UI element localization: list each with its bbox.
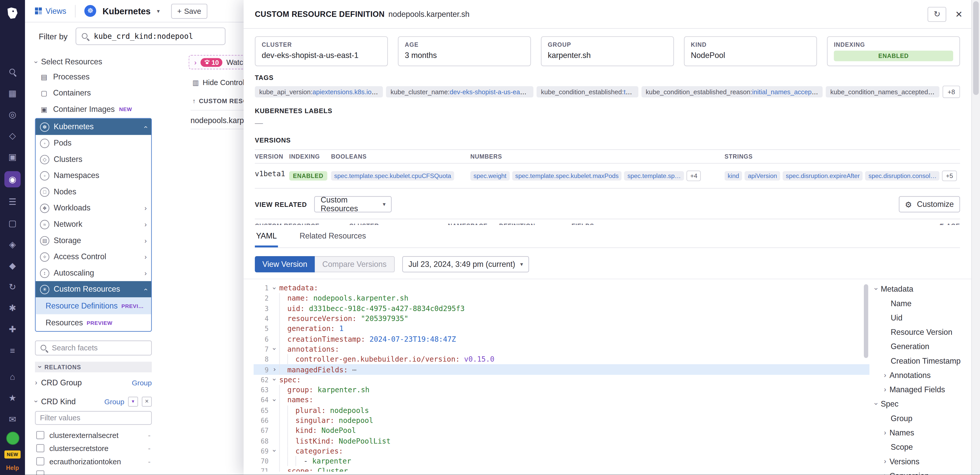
yaml-line[interactable]: 69›categories: [253, 446, 869, 456]
yaml-line[interactable]: 5generation: 1 [253, 324, 869, 334]
summary-card-indexing[interactable]: INDEXINGENABLED [827, 36, 960, 66]
sidebar-item-storage[interactable]: ▤Storage› [35, 233, 151, 249]
monitors-icon[interactable]: ▢ [4, 216, 21, 230]
save-view-button[interactable]: + Save [171, 3, 207, 18]
checkbox[interactable] [36, 444, 45, 452]
watchdog-icon[interactable]: ◎ [4, 107, 21, 121]
tag-pill[interactable]: kube_condition_names_accepted:… [826, 86, 939, 97]
summary-card-cluster[interactable]: CLUSTERdev-eks-shopist-a-us-east-1 [255, 36, 388, 66]
field-pill[interactable]: spec.disruption.expireAfter [783, 171, 863, 180]
tag-pill[interactable]: kube_condition_established_reason:initia… [641, 86, 823, 97]
tag-pill[interactable]: kube_condition_established:true [536, 86, 638, 97]
facet-clear-icon[interactable]: ✕ [142, 396, 152, 406]
error-tracking-icon[interactable]: ✱ [4, 301, 21, 315]
sidebar-item-clusters[interactable]: ◇Clusters [35, 151, 151, 167]
chevron-down-icon[interactable]: ▾ [157, 8, 159, 14]
more-pill[interactable]: +4 [687, 171, 701, 181]
metrics-icon[interactable]: ▦ [4, 86, 21, 100]
summary-card-group[interactable]: GROUPkarpenter.sh [541, 36, 674, 66]
checkbox[interactable] [36, 457, 45, 465]
search-icon[interactable] [4, 65, 21, 79]
bits-ai-icon[interactable]: ◇ [4, 129, 21, 142]
help-link[interactable]: Help [6, 464, 19, 471]
outline-item-group[interactable]: Group [869, 411, 971, 426]
summary-card-kind[interactable]: KINDNodePool [684, 36, 817, 66]
filter-values-input[interactable] [40, 413, 147, 422]
yaml-line[interactable]: 64›names: [253, 395, 869, 405]
sidebar-item-containers[interactable]: ▢Containers [35, 85, 152, 101]
security-icon[interactable]: ◆ [4, 259, 21, 273]
outline-item-metadata[interactable]: ›Metadata [869, 282, 971, 296]
customize-button[interactable]: ⚙ Customize [899, 196, 960, 212]
sidebar-item-workloads[interactable]: ❖Workloads› [35, 200, 151, 216]
field-pill[interactable]: apiVersion [745, 171, 780, 180]
version-date-select[interactable]: Jul 23, 2024, 3:49 pm (current) ▾ [402, 256, 529, 273]
more-pill[interactable]: +5 [942, 171, 957, 181]
sidebar-item-nodes[interactable]: □Nodes [35, 183, 151, 200]
sidebar-item-network[interactable]: ≈Network› [35, 216, 151, 233]
sidebar-item-container-images[interactable]: ▣Container ImagesNEW [35, 101, 152, 118]
window-scrollbar[interactable] [971, 0, 980, 475]
scrollbar-thumb[interactable] [973, 1, 979, 95]
search-facets-input[interactable] [52, 343, 147, 352]
checkbox[interactable] [36, 470, 45, 475]
yaml-line[interactable]: 70- karpenter [253, 456, 869, 466]
facet-value-ecrauthorizationtoken[interactable]: ecrauthorizationtoken- [35, 455, 152, 468]
datadog-logo[interactable] [4, 5, 21, 21]
sidebar-item-resource-definitions[interactable]: Resource DefinitionsPREVI… [35, 297, 151, 314]
yaml-line[interactable]: 9›managedFields: ⋯ [253, 364, 869, 375]
code-scrollbar[interactable] [864, 284, 868, 358]
view-related-select[interactable]: Custom Resources ▾ [314, 196, 392, 212]
yaml-line[interactable]: 4resourceVersion: "205397935" [253, 314, 869, 324]
yaml-line[interactable]: 3uid: d331becc-918c-4975-a427-8834c0d295… [253, 303, 869, 314]
facet-crd-kind[interactable]: › CRD Kind Group ▾ ✕ [35, 393, 152, 410]
filter-query-box[interactable] [76, 27, 226, 45]
select-resources-header[interactable]: › Select Resources [35, 55, 152, 69]
field-pill[interactable]: kind [725, 171, 742, 180]
sidebar-item-autoscaling[interactable]: ↕Autoscaling› [35, 265, 151, 281]
views-menu[interactable]: Views [35, 6, 67, 15]
facet-crd-group[interactable]: › CRD Group Group [35, 374, 152, 391]
tag-pill[interactable]: kube_cluster_name:dev-eks-shopist-a-us-e… [386, 86, 533, 97]
expand-chevron-icon[interactable]: › [270, 376, 279, 383]
tab-yaml[interactable]: YAML [255, 226, 278, 247]
yaml-line[interactable]: 66singular: nodepool [253, 415, 869, 426]
checkbox[interactable] [36, 431, 45, 439]
outline-item-uid[interactable]: Uid [869, 311, 971, 325]
compare-versions-button[interactable]: Compare Versions [315, 256, 395, 273]
yaml-line[interactable]: 62›spec: [253, 375, 869, 385]
outline-item-conversion[interactable]: ›Conversion [869, 469, 971, 475]
apm-icon[interactable]: ◈ [4, 238, 21, 251]
infrastructure-icon[interactable]: ▣ [4, 150, 21, 164]
sidebar-item-custom-resources[interactable]: ✳Custom Resources› [35, 281, 151, 298]
filter-query-input[interactable] [94, 32, 220, 41]
outline-item-versions[interactable]: ›Versions [869, 454, 971, 469]
tab-related-resources[interactable]: Related Resources [298, 226, 367, 245]
hosts-icon[interactable]: ◉ [4, 171, 21, 187]
collapse-chevron-icon[interactable]: › [270, 366, 279, 373]
yaml-line[interactable]: 71scope: Cluster [253, 466, 869, 472]
tools-icon[interactable]: ✚ [4, 322, 21, 336]
yaml-line[interactable]: 2name: nodepools.karpenter.sh [253, 293, 869, 303]
field-pill[interactable]: spec.weight [470, 171, 510, 180]
filter-values-box[interactable] [35, 411, 152, 425]
outline-item-creation-timestamp[interactable]: Creation Timestamp [869, 354, 971, 368]
relations-header[interactable]: › RELATIONS [35, 362, 152, 372]
yaml-line[interactable]: 63group: karpenter.sh [253, 385, 869, 395]
facet-filter-icon[interactable]: ▾ [128, 396, 138, 406]
containers-list-icon[interactable]: ☰ [4, 195, 21, 209]
search-facets-box[interactable] [35, 340, 152, 355]
outline-item-scope[interactable]: Scope [869, 440, 971, 454]
logs-icon[interactable]: ≡ [4, 343, 21, 357]
outline-item-managed-fields[interactable]: ›Managed Fields [869, 382, 971, 397]
support-chat-icon[interactable]: ✉ [4, 412, 21, 426]
tags-more-pill[interactable]: +8 [942, 86, 960, 98]
field-pill[interactable]: spec.disruption.consol… [865, 171, 940, 180]
yaml-line[interactable]: 68listKind: NodePoolList [253, 436, 869, 446]
sidebar-item-processes[interactable]: ▤Processes [35, 69, 152, 85]
yaml-line[interactable]: 65plural: nodepools [253, 405, 869, 416]
yaml-line[interactable]: 7›annotations: [253, 344, 869, 354]
summary-card-age[interactable]: AGE3 months [398, 36, 531, 66]
sidebar-item-namespaces[interactable]: ▫Namespaces [35, 167, 151, 184]
outline-item-name[interactable]: Name [869, 296, 971, 310]
